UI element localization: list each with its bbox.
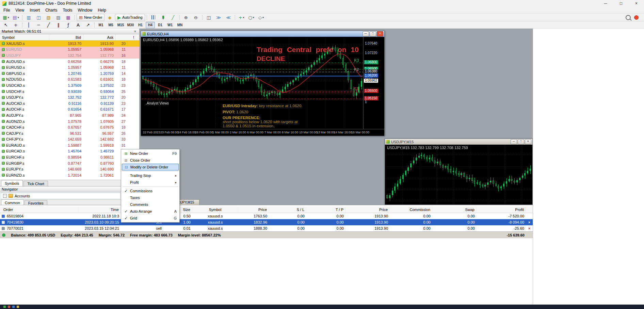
market-watch-row-audchf-s[interactable]: $AUDCHF.s0.616540.6167117 [0,107,139,113]
menu-tools[interactable]: Tools [60,7,75,13]
timeframe-d1-button[interactable]: D1 [156,22,165,28]
timeframe-m5-button[interactable]: M5 [106,22,115,28]
zoom-in-button[interactable]: ⊕ [181,14,191,21]
market-watch-tab-tick-chart[interactable]: Tick Chart [23,181,48,186]
market-watch-row-usdcad-s[interactable]: $USDCAD.s1.375091.3753223 [0,82,139,88]
close-order-cell[interactable]: × [526,219,533,225]
arrow-tool-button[interactable]: ↗ [83,21,93,29]
new-order-button[interactable]: ⊞New Order [77,14,104,21]
menu-item-grid[interactable]: ✓GridG [122,215,179,222]
timeframe-m1-button[interactable]: M1 [96,22,106,28]
eurusd-window-titlebar[interactable]: EURUSD,H4 ─ □ × [141,31,384,37]
market-watch-row-eurusd-s[interactable]: $EURUSD.s1.059571.0596811 [0,64,139,70]
timeframe-h1-button[interactable]: H1 [136,22,145,28]
equidistant-channel-button[interactable]: ∥ [54,21,63,29]
menu-item-commissions[interactable]: ✓Commissions [122,188,179,194]
indicators-button[interactable]: +▾ [237,14,246,21]
order-row-70770021[interactable]: 707700212023.03.15 12:04:21sell0.01xauus… [0,225,533,231]
market-watch-row-audjpy-s[interactable]: $AUDJPY.s87.96587.98924 [0,112,139,118]
timeframe-w1-button[interactable]: W1 [165,22,175,28]
data-window-button[interactable]: ◫ [34,14,43,21]
market-watch-row-audnzd-s[interactable]: $AUDNZD.s1.075781.0760527 [0,118,139,125]
taskbar-item-icon[interactable] [3,306,6,308]
search-icon[interactable] [626,15,631,20]
chart-restore-button[interactable]: □ [370,31,376,36]
crosshair-button[interactable]: + [11,21,20,29]
taskbar-item-icon[interactable] [8,306,10,308]
market-watch-row-cadjpy-s[interactable]: $CADJPY.s96.53196.55726 [0,130,139,136]
chart-close-button[interactable]: × [377,31,383,36]
new-chart-button[interactable]: ▦▾ [1,14,11,21]
candlestick-chart-button[interactable] [159,14,168,21]
menu-view[interactable]: View [13,7,27,13]
column-header-time-1[interactable]: Time [78,207,121,213]
market-watch-row-audusd-s[interactable]: $AUDUSD.s0.662580.6627618 [0,59,139,65]
fibonacci-button[interactable]: ƒ [64,21,73,29]
column-header-commission-9[interactable]: Commission [390,207,432,213]
market-watch-row-gbpusd-s[interactable]: $GBPUSD.s1.207451.2075914 [0,70,139,77]
menu-charts[interactable]: Charts [43,7,60,13]
order-row-70419830[interactable]: 704198302023.03.10 09:20:15sell1.00xauus… [0,219,533,225]
column-header-close[interactable] [526,207,533,213]
menu-insert[interactable]: Insert [27,7,43,13]
column-header-t-p-7[interactable]: T / P [306,207,345,213]
menu-item-close-order[interactable]: ⊠Close Order [122,157,179,164]
market-watch-row-eurcad-s[interactable]: $EURCAD.s1.457041.4572925 [0,148,139,154]
taskbar-item-icon[interactable] [17,306,19,308]
market-watch-row-usdjpy-s[interactable]: $USDJPY.s132.752132.77220 [0,94,139,100]
menu-item-trailing-stop[interactable]: Trailing Stop▸ [122,172,179,179]
menu-item-new-order[interactable]: ⊞New OrderF9 [122,150,179,157]
market-watch-row-xauusd-s[interactable]: $XAUUSD.s1913.701913.9020 [0,40,139,47]
periods-button[interactable]: ○▾ [247,14,256,21]
close-button[interactable]: × [629,0,644,7]
terminal-button[interactable]: ▨ [54,14,63,21]
timeframe-m15-button[interactable]: M15 [116,22,125,28]
column-header-price-5[interactable]: Price [238,207,269,213]
taskbar-item-icon[interactable] [12,306,15,308]
market-watch-row-eurchf-s[interactable]: $EURCHF.s0.985940.9861117 [0,154,139,160]
minimize-button[interactable]: ─ [598,0,613,7]
market-watch-row-cadchf-s[interactable]: $CADCHF.s0.676570.6767518 [0,124,139,130]
market-watch-row-eurjpy-s[interactable]: $EURJPY.s140.669140.69021 [0,166,139,172]
column-header-swap-10[interactable]: Swap [432,207,477,213]
market-watch-row-eurusd[interactable]: $EURUSD1.059571.0596811 [0,47,139,53]
column-header-s-l-6[interactable]: S / L [269,207,306,213]
tree-collapse-icon[interactable]: - [3,194,7,198]
bar-chart-button[interactable] [149,14,158,21]
market-watch-row-nzdusd-s[interactable]: $NZDUSD.s0.615830.6160118 [0,77,139,83]
market-watch-row-usdchf-s[interactable]: $USDCHF.s0.930390.9306425 [0,88,139,95]
autotrading-button[interactable]: ▶AutoTrading [115,14,145,21]
maximize-button[interactable]: □ [613,0,629,7]
column-header-symbol-4[interactable]: Symbol [192,207,238,213]
trendline-button[interactable]: ╱ [44,21,53,29]
column-header-symbol[interactable]: Symbol [0,34,49,40]
market-watch-tab-symbols[interactable]: Symbols [1,180,23,186]
chart-shift-button[interactable]: ≪ [224,14,233,21]
chart-restore-button[interactable]: □ [518,139,524,144]
market-watch-row-eurnzd-s[interactable]: $EURNZD.s1.720141.7206147 [0,172,139,178]
text-label-button[interactable]: A [74,21,83,29]
profiles-button[interactable]: ▤▾ [11,14,20,21]
zoom-out-button[interactable]: ⊖ [191,14,200,21]
usdjpy-window-titlebar[interactable]: USDJPY,M15 ─ □ × [385,139,532,145]
horizontal-line-button[interactable]: ─ [34,21,43,29]
strategy-tester-button[interactable]: ▩ [64,14,73,21]
market-watch-row-eurgbp-s[interactable]: $EURGBP.s0.877470.8776013 [0,160,139,166]
close-order-cell[interactable]: × [526,225,533,231]
menu-help[interactable]: Help [95,7,109,13]
column-header-ask[interactable]: Ask [83,34,116,40]
cursor-button[interactable]: ↖ [1,21,11,29]
column-header-profit-11[interactable]: Profit [477,207,526,213]
line-chart-button[interactable]: ╱ [168,14,178,21]
market-watch-close-icon[interactable]: × [133,29,138,33]
market-watch-row-euraud-s[interactable]: $EURAUD.s1.598871.5991831 [0,142,139,148]
vertical-line-button[interactable]: │ [24,21,33,29]
metaeditor-button[interactable]: ◆ [105,14,114,21]
market-watch-row-usdjpy[interactable]: $USDJPY132.754132.77016 [0,52,139,59]
tile-windows-button[interactable]: ◫ [204,14,213,21]
timeframe-h4-button[interactable]: H4 [146,22,155,28]
column-header-bid[interactable]: Bid [49,34,83,40]
notification-badge-icon[interactable] [634,15,639,20]
navigator-item-accounts[interactable]: Accounts [15,194,30,198]
timeframe-m30-button[interactable]: M30 [126,22,135,28]
